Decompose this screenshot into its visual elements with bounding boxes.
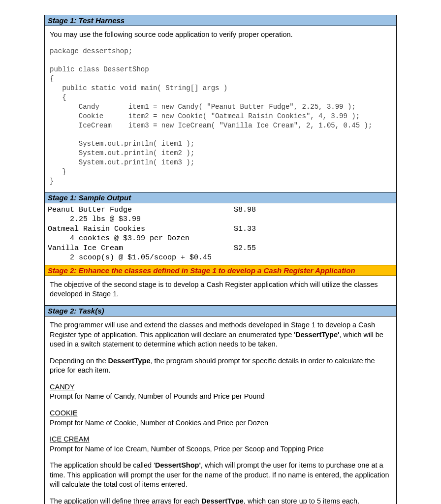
candy-block: CANDY Prompt for Name of Candy, Number o…: [50, 382, 391, 402]
code-block: package dessertshop; public class Desser…: [50, 47, 391, 186]
text-bold: DessertShop': [155, 461, 201, 469]
stage2-objective: The objective of the second stage is to …: [50, 281, 378, 298]
tasks-p4: The application will define three arrays…: [50, 497, 391, 504]
text: The application should be called ': [50, 461, 155, 469]
icecream-text: Prompt for Name of Ice Cream, Number of …: [50, 445, 324, 453]
text: , which can store up to 5 items each.: [244, 497, 359, 504]
text-bold: DessertType: [201, 497, 244, 504]
harness-intro: You may use the following source code ap…: [50, 30, 391, 40]
cookie-text: Prompt for Name of Cookie, Number of Coo…: [50, 419, 268, 427]
document-table: Stage 1: Test Harness You may use the fo…: [44, 15, 397, 504]
text: The application will define three arrays…: [50, 497, 201, 504]
tasks-p2: Depending on the DessertType, the progra…: [50, 356, 391, 376]
tasks-p3: The application should be called 'Desser…: [50, 461, 391, 490]
section-stage2-tasks: The programmer will use and extend the c…: [45, 316, 396, 504]
candy-heading: CANDY: [50, 383, 75, 391]
section-harness: You may use the following source code ap…: [45, 26, 396, 192]
icecream-heading: ICE CREAM: [50, 435, 90, 443]
cookie-block: COOKIE Prompt for Name of Cookie, Number…: [50, 409, 391, 428]
text-bold: DessertType: [108, 357, 151, 365]
header-stage2-tasks: Stage 2: Task(s): [45, 305, 396, 316]
header-stage1-harness: Stage 1: Test Harness: [45, 15, 396, 26]
cookie-heading: COOKIE: [50, 409, 77, 417]
header-stage1-output: Stage 1: Sample Output: [45, 192, 396, 203]
section-stage2-objective: The objective of the second stage is to …: [45, 276, 396, 305]
text: Depending on the: [50, 357, 108, 365]
sample-output: Peanut Butter Fudge $8.98 2.25 lbs @ $3.…: [45, 203, 396, 265]
tasks-p1: The programmer will use and extend the c…: [50, 320, 391, 349]
text-bold: DessertType': [295, 331, 339, 339]
candy-text: Prompt for Name of Candy, Number of Poun…: [50, 392, 265, 400]
header-stage2-title: Stage 2: Enhance the classes defined in …: [45, 265, 396, 276]
icecream-block: ICE CREAM Prompt for Name of Ice Cream, …: [50, 435, 391, 454]
